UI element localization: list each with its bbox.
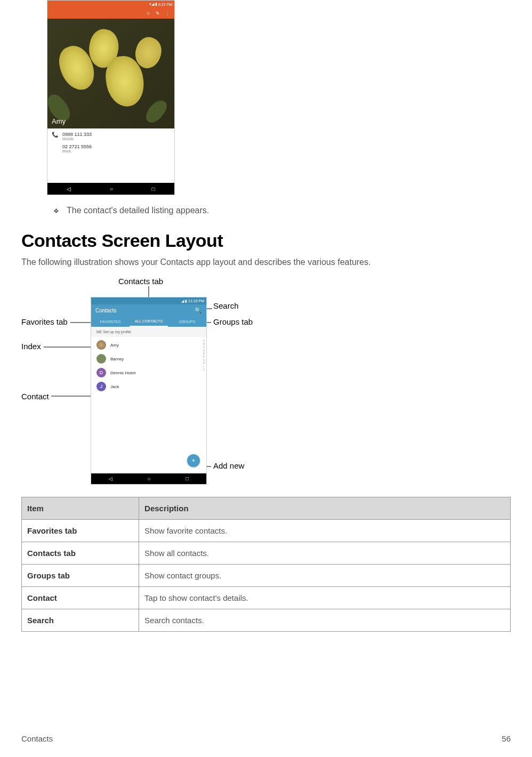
- item-cell: Contact: [22, 587, 139, 609]
- avatar: J: [96, 382, 106, 391]
- battery-icon: ▮: [185, 299, 187, 303]
- item-cell: Search: [22, 609, 139, 632]
- alpha-index[interactable]: A B C D E F G H I J: [203, 339, 205, 371]
- callout-index: Index: [21, 342, 41, 351]
- item-cell: Contacts tab: [22, 542, 139, 565]
- section-heading: Contacts Screen Layout: [21, 230, 511, 251]
- signal-icon: ▾◢: [149, 2, 154, 6]
- table-header-row: Item Description: [22, 497, 511, 520]
- add-person-icon: +: [191, 457, 195, 464]
- list-item[interactable]: Barney: [91, 352, 206, 366]
- callout-favorites-tab: Favorites tab: [21, 317, 68, 326]
- table-row: Search Search contacts.: [22, 609, 511, 632]
- phone-label: Work: [62, 149, 92, 153]
- me-profile-row[interactable]: ME Set up my profile: [91, 327, 206, 337]
- star-icon[interactable]: ☆: [146, 11, 150, 16]
- contact-name: Amy: [110, 343, 119, 348]
- bullet-marker-icon: ❖: [53, 207, 59, 215]
- signal-icon: ◢: [181, 299, 184, 303]
- header-description: Description: [139, 497, 511, 520]
- bullet-item: ❖ The contact's detailed listing appears…: [53, 206, 511, 215]
- contact-list[interactable]: Amy Barney D Dennis Hsieh J Jack A B C D…: [91, 337, 206, 473]
- header-item: Item: [22, 497, 139, 520]
- status-bar: ◢ ▮ 11:10 PM: [91, 297, 206, 304]
- battery-icon: ▮: [155, 2, 157, 6]
- home-icon[interactable]: ○: [110, 186, 113, 192]
- back-icon[interactable]: ◁: [109, 476, 112, 481]
- features-table: Item Description Favorites tab Show favo…: [21, 497, 511, 632]
- home-icon[interactable]: ○: [148, 476, 150, 481]
- nav-bar: ◁ ○ □: [47, 183, 174, 195]
- recent-icon[interactable]: □: [152, 186, 155, 192]
- desc-cell: Tap to show contact's details.: [139, 587, 511, 609]
- page-footer: Contacts 56: [21, 734, 511, 743]
- app-header: Contacts 🔍: [91, 304, 206, 316]
- back-icon[interactable]: ◁: [67, 186, 71, 192]
- phone-entry[interactable]: 📞 0988 111 333 Mobile: [52, 132, 170, 141]
- contacts-app-screenshot: ◢ ▮ 11:10 PM Contacts 🔍 FAVORITES ALL CO…: [91, 297, 207, 485]
- contact-name: Barney: [110, 357, 124, 361]
- list-item[interactable]: J Jack: [91, 380, 206, 393]
- item-cell: Favorites tab: [22, 520, 139, 542]
- desc-cell: Show all contacts.: [139, 542, 511, 565]
- desc-cell: Show favorite contacts.: [139, 520, 511, 542]
- list-item[interactable]: D Dennis Hsieh: [91, 366, 206, 380]
- contact-photo: Amy: [47, 19, 174, 128]
- phone-icon: 📞: [52, 132, 58, 138]
- callout-contact: Contact: [21, 392, 49, 401]
- callout-groups-tab: Groups tab: [213, 317, 253, 326]
- item-cell: Groups tab: [22, 565, 139, 587]
- table-row: Contact Tap to show contact's details.: [22, 587, 511, 609]
- more-icon[interactable]: ⋮: [165, 11, 170, 16]
- callout-add-new: Add new: [213, 461, 244, 470]
- tab-favorites[interactable]: FAVORITES: [91, 316, 130, 327]
- edit-icon[interactable]: ✎: [156, 11, 160, 16]
- list-item[interactable]: Amy: [91, 338, 206, 352]
- add-contact-fab[interactable]: +: [187, 454, 200, 467]
- bullet-text: The contact's detailed listing appears.: [67, 206, 209, 215]
- nav-bar: ◁ ○ □: [91, 473, 206, 484]
- phone-label: Mobile: [62, 137, 92, 141]
- phone-number: 02 2721 5556: [62, 144, 92, 149]
- tab-groups[interactable]: GROUPS: [168, 316, 206, 327]
- layout-figure: Contacts tab Search Favorites tab Groups…: [21, 277, 277, 487]
- desc-cell: Search contacts.: [139, 609, 511, 632]
- contact-detail-body: 📞 0988 111 333 Mobile 02 2721 5556 Work: [47, 128, 174, 183]
- table-row: Groups tab Show contact groups.: [22, 565, 511, 587]
- avatar: D: [96, 368, 106, 377]
- contact-name: Amy: [52, 117, 66, 125]
- status-time: 6:22 PM: [158, 3, 172, 6]
- callout-contacts-tab: Contacts tab: [118, 277, 163, 286]
- status-bar: ▾◢ ▮ 6:22 PM: [47, 1, 174, 8]
- phone-number: 0988 111 333: [62, 132, 92, 137]
- page-number: 56: [502, 734, 511, 743]
- avatar: [96, 354, 106, 364]
- recent-icon[interactable]: □: [186, 476, 189, 481]
- contact-detail-screenshot: ▾◢ ▮ 6:22 PM ☆ ✎ ⋮ Amy 📞 0988 111 333 Mo…: [47, 0, 175, 195]
- status-time: 11:10 PM: [188, 299, 204, 303]
- action-bar: ☆ ✎ ⋮: [47, 8, 174, 19]
- callout-search: Search: [213, 301, 239, 310]
- table-row: Favorites tab Show favorite contacts.: [22, 520, 511, 542]
- phone-entry[interactable]: 02 2721 5556 Work: [52, 144, 170, 153]
- avatar: [96, 340, 106, 350]
- footer-section: Contacts: [21, 734, 53, 743]
- tab-all-contacts[interactable]: ALL CONTACTS: [130, 316, 168, 327]
- tab-bar: FAVORITES ALL CONTACTS GROUPS: [91, 316, 206, 327]
- search-icon[interactable]: 🔍: [195, 307, 202, 314]
- contact-name: Dennis Hsieh: [110, 371, 136, 375]
- header-title: Contacts: [95, 308, 116, 313]
- desc-cell: Show contact groups.: [139, 565, 511, 587]
- table-row: Contacts tab Show all contacts.: [22, 542, 511, 565]
- contact-name: Jack: [110, 384, 119, 389]
- intro-text: The following illustration shows your Co…: [21, 257, 511, 267]
